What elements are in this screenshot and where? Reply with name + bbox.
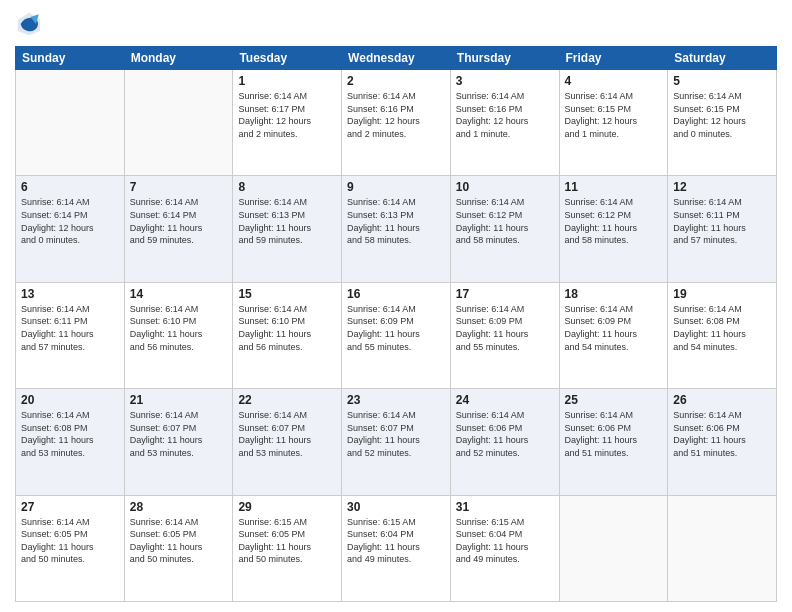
- day-number: 8: [238, 180, 336, 194]
- day-number: 27: [21, 500, 119, 514]
- logo-icon: [15, 10, 43, 38]
- cell-info: Sunrise: 6:14 AM Sunset: 6:08 PM Dayligh…: [21, 409, 119, 459]
- calendar-cell: 5Sunrise: 6:14 AM Sunset: 6:15 PM Daylig…: [668, 70, 777, 176]
- calendar-cell: 20Sunrise: 6:14 AM Sunset: 6:08 PM Dayli…: [16, 389, 125, 495]
- cell-info: Sunrise: 6:14 AM Sunset: 6:07 PM Dayligh…: [347, 409, 445, 459]
- calendar-table: SundayMondayTuesdayWednesdayThursdayFrid…: [15, 46, 777, 602]
- calendar-cell: 16Sunrise: 6:14 AM Sunset: 6:09 PM Dayli…: [342, 282, 451, 388]
- header: [15, 10, 777, 38]
- day-number: 25: [565, 393, 663, 407]
- calendar-cell: 18Sunrise: 6:14 AM Sunset: 6:09 PM Dayli…: [559, 282, 668, 388]
- day-number: 2: [347, 74, 445, 88]
- calendar-cell: 24Sunrise: 6:14 AM Sunset: 6:06 PM Dayli…: [450, 389, 559, 495]
- calendar-cell: 15Sunrise: 6:14 AM Sunset: 6:10 PM Dayli…: [233, 282, 342, 388]
- day-header-saturday: Saturday: [668, 47, 777, 70]
- calendar-cell: 23Sunrise: 6:14 AM Sunset: 6:07 PM Dayli…: [342, 389, 451, 495]
- cell-info: Sunrise: 6:14 AM Sunset: 6:15 PM Dayligh…: [565, 90, 663, 140]
- cell-info: Sunrise: 6:14 AM Sunset: 6:07 PM Dayligh…: [238, 409, 336, 459]
- day-number: 15: [238, 287, 336, 301]
- day-number: 5: [673, 74, 771, 88]
- calendar-cell: 19Sunrise: 6:14 AM Sunset: 6:08 PM Dayli…: [668, 282, 777, 388]
- calendar-cell: 22Sunrise: 6:14 AM Sunset: 6:07 PM Dayli…: [233, 389, 342, 495]
- cell-info: Sunrise: 6:14 AM Sunset: 6:10 PM Dayligh…: [238, 303, 336, 353]
- day-number: 17: [456, 287, 554, 301]
- calendar-week-4: 20Sunrise: 6:14 AM Sunset: 6:08 PM Dayli…: [16, 389, 777, 495]
- day-number: 10: [456, 180, 554, 194]
- calendar-cell: 26Sunrise: 6:14 AM Sunset: 6:06 PM Dayli…: [668, 389, 777, 495]
- cell-info: Sunrise: 6:14 AM Sunset: 6:05 PM Dayligh…: [21, 516, 119, 566]
- cell-info: Sunrise: 6:14 AM Sunset: 6:06 PM Dayligh…: [565, 409, 663, 459]
- calendar-cell: 31Sunrise: 6:15 AM Sunset: 6:04 PM Dayli…: [450, 495, 559, 601]
- calendar-week-2: 6Sunrise: 6:14 AM Sunset: 6:14 PM Daylig…: [16, 176, 777, 282]
- calendar-cell: 1Sunrise: 6:14 AM Sunset: 6:17 PM Daylig…: [233, 70, 342, 176]
- calendar-cell: 6Sunrise: 6:14 AM Sunset: 6:14 PM Daylig…: [16, 176, 125, 282]
- day-header-monday: Monday: [124, 47, 233, 70]
- calendar-cell: [559, 495, 668, 601]
- calendar-cell: 21Sunrise: 6:14 AM Sunset: 6:07 PM Dayli…: [124, 389, 233, 495]
- cell-info: Sunrise: 6:14 AM Sunset: 6:09 PM Dayligh…: [565, 303, 663, 353]
- calendar-cell: 17Sunrise: 6:14 AM Sunset: 6:09 PM Dayli…: [450, 282, 559, 388]
- cell-info: Sunrise: 6:14 AM Sunset: 6:14 PM Dayligh…: [21, 196, 119, 246]
- day-number: 12: [673, 180, 771, 194]
- calendar-cell: 12Sunrise: 6:14 AM Sunset: 6:11 PM Dayli…: [668, 176, 777, 282]
- calendar-cell: 14Sunrise: 6:14 AM Sunset: 6:10 PM Dayli…: [124, 282, 233, 388]
- logo: [15, 10, 47, 38]
- day-number: 24: [456, 393, 554, 407]
- day-number: 20: [21, 393, 119, 407]
- cell-info: Sunrise: 6:14 AM Sunset: 6:09 PM Dayligh…: [456, 303, 554, 353]
- day-number: 6: [21, 180, 119, 194]
- calendar-cell: 29Sunrise: 6:15 AM Sunset: 6:05 PM Dayli…: [233, 495, 342, 601]
- day-number: 21: [130, 393, 228, 407]
- day-number: 1: [238, 74, 336, 88]
- day-number: 19: [673, 287, 771, 301]
- day-number: 23: [347, 393, 445, 407]
- calendar-cell: 30Sunrise: 6:15 AM Sunset: 6:04 PM Dayli…: [342, 495, 451, 601]
- day-number: 4: [565, 74, 663, 88]
- cell-info: Sunrise: 6:14 AM Sunset: 6:17 PM Dayligh…: [238, 90, 336, 140]
- cell-info: Sunrise: 6:14 AM Sunset: 6:06 PM Dayligh…: [673, 409, 771, 459]
- cell-info: Sunrise: 6:14 AM Sunset: 6:12 PM Dayligh…: [456, 196, 554, 246]
- day-number: 13: [21, 287, 119, 301]
- cell-info: Sunrise: 6:14 AM Sunset: 6:09 PM Dayligh…: [347, 303, 445, 353]
- cell-info: Sunrise: 6:14 AM Sunset: 6:11 PM Dayligh…: [673, 196, 771, 246]
- cell-info: Sunrise: 6:14 AM Sunset: 6:05 PM Dayligh…: [130, 516, 228, 566]
- cell-info: Sunrise: 6:14 AM Sunset: 6:15 PM Dayligh…: [673, 90, 771, 140]
- calendar-week-5: 27Sunrise: 6:14 AM Sunset: 6:05 PM Dayli…: [16, 495, 777, 601]
- cell-info: Sunrise: 6:14 AM Sunset: 6:06 PM Dayligh…: [456, 409, 554, 459]
- cell-info: Sunrise: 6:15 AM Sunset: 6:05 PM Dayligh…: [238, 516, 336, 566]
- calendar-cell: 4Sunrise: 6:14 AM Sunset: 6:15 PM Daylig…: [559, 70, 668, 176]
- calendar-cell: 25Sunrise: 6:14 AM Sunset: 6:06 PM Dayli…: [559, 389, 668, 495]
- cell-info: Sunrise: 6:14 AM Sunset: 6:14 PM Dayligh…: [130, 196, 228, 246]
- day-header-sunday: Sunday: [16, 47, 125, 70]
- calendar-cell: 8Sunrise: 6:14 AM Sunset: 6:13 PM Daylig…: [233, 176, 342, 282]
- calendar-cell: 9Sunrise: 6:14 AM Sunset: 6:13 PM Daylig…: [342, 176, 451, 282]
- calendar-cell: [16, 70, 125, 176]
- day-number: 11: [565, 180, 663, 194]
- calendar-week-3: 13Sunrise: 6:14 AM Sunset: 6:11 PM Dayli…: [16, 282, 777, 388]
- calendar-cell: 27Sunrise: 6:14 AM Sunset: 6:05 PM Dayli…: [16, 495, 125, 601]
- day-number: 29: [238, 500, 336, 514]
- day-number: 14: [130, 287, 228, 301]
- day-number: 9: [347, 180, 445, 194]
- day-number: 18: [565, 287, 663, 301]
- day-number: 26: [673, 393, 771, 407]
- calendar-cell: 13Sunrise: 6:14 AM Sunset: 6:11 PM Dayli…: [16, 282, 125, 388]
- day-number: 22: [238, 393, 336, 407]
- calendar-cell: 28Sunrise: 6:14 AM Sunset: 6:05 PM Dayli…: [124, 495, 233, 601]
- cell-info: Sunrise: 6:15 AM Sunset: 6:04 PM Dayligh…: [456, 516, 554, 566]
- cell-info: Sunrise: 6:14 AM Sunset: 6:13 PM Dayligh…: [347, 196, 445, 246]
- cell-info: Sunrise: 6:14 AM Sunset: 6:07 PM Dayligh…: [130, 409, 228, 459]
- cell-info: Sunrise: 6:14 AM Sunset: 6:11 PM Dayligh…: [21, 303, 119, 353]
- calendar-cell: 11Sunrise: 6:14 AM Sunset: 6:12 PM Dayli…: [559, 176, 668, 282]
- calendar-cell: [124, 70, 233, 176]
- page: SundayMondayTuesdayWednesdayThursdayFrid…: [0, 0, 792, 612]
- day-number: 16: [347, 287, 445, 301]
- day-header-wednesday: Wednesday: [342, 47, 451, 70]
- cell-info: Sunrise: 6:14 AM Sunset: 6:10 PM Dayligh…: [130, 303, 228, 353]
- day-header-tuesday: Tuesday: [233, 47, 342, 70]
- cell-info: Sunrise: 6:15 AM Sunset: 6:04 PM Dayligh…: [347, 516, 445, 566]
- calendar-cell: 3Sunrise: 6:14 AM Sunset: 6:16 PM Daylig…: [450, 70, 559, 176]
- cell-info: Sunrise: 6:14 AM Sunset: 6:16 PM Dayligh…: [347, 90, 445, 140]
- day-number: 31: [456, 500, 554, 514]
- cell-info: Sunrise: 6:14 AM Sunset: 6:13 PM Dayligh…: [238, 196, 336, 246]
